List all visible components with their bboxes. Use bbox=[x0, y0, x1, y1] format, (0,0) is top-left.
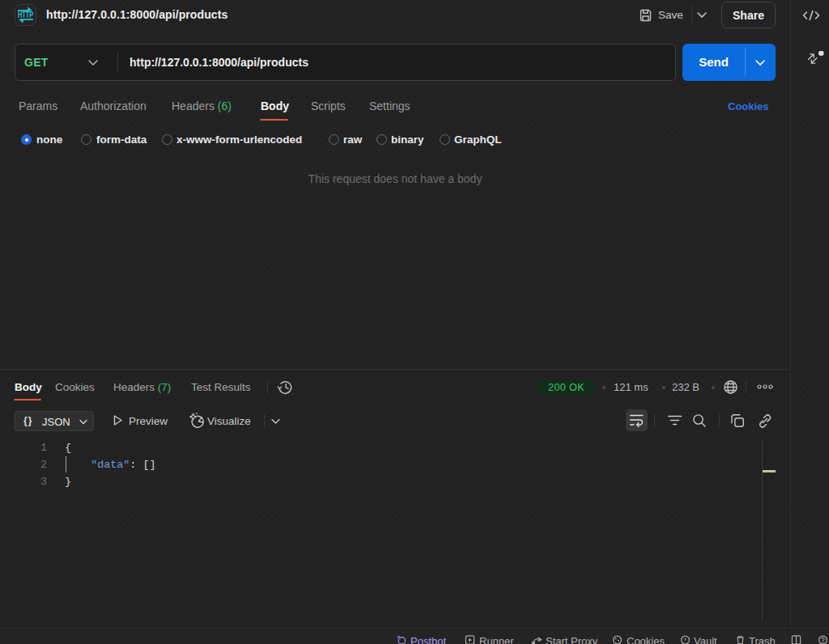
svg-text:HTTP: HTTP bbox=[18, 11, 33, 19]
